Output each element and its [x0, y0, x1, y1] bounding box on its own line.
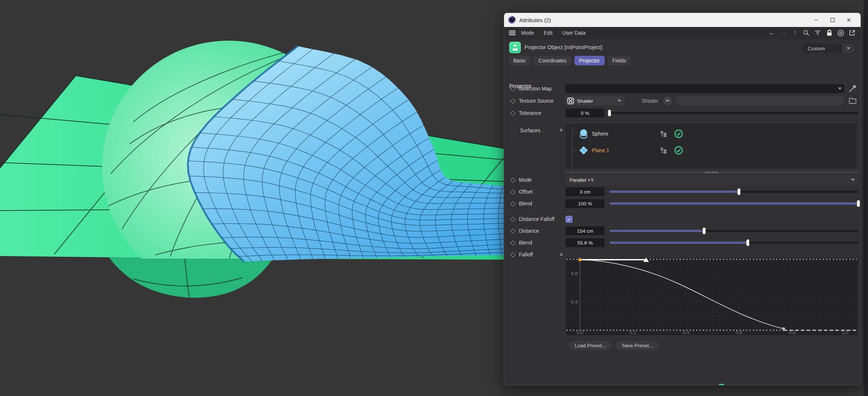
falloff-blend-label: Blend — [519, 240, 532, 246]
diamond-icon — [510, 99, 516, 104]
filter-icon[interactable] — [814, 29, 822, 37]
distance-slider[interactable] — [609, 226, 858, 235]
diamond-icon — [510, 252, 516, 257]
tab-fields[interactable]: Fields — [608, 56, 631, 65]
diamond-icon — [510, 111, 516, 116]
surfaces-list-item-plane[interactable]: Plane.1 — [565, 143, 857, 158]
minimize-button[interactable]: – — [808, 14, 824, 25]
tab-projector[interactable]: Projector — [574, 56, 605, 65]
hamburger-menu-icon[interactable] — [509, 30, 516, 36]
tolerance-value[interactable]: 0 % — [565, 109, 605, 117]
up-arrow-icon[interactable]: ↑ — [791, 29, 799, 37]
diamond-icon — [510, 178, 516, 183]
falloff-graph[interactable]: 0.8 0.4 0.0 0.2 0.4 0.6 0.8 1.0 — [565, 257, 858, 336]
plane-icon — [579, 146, 588, 155]
expand-chevron-icon[interactable]: > — [560, 251, 563, 257]
eyedropper-icon[interactable] — [848, 83, 857, 93]
tolerance-slider[interactable] — [609, 109, 858, 117]
load-preset-button[interactable]: Load Preset... — [569, 341, 612, 350]
window-title: Attributes (2) — [519, 17, 551, 23]
mode-dropdown[interactable]: Parallel +Y — [565, 175, 858, 185]
offset-value[interactable]: 3 cm — [565, 187, 605, 196]
x-tick-label: 0.4 — [683, 330, 689, 335]
texture-source-type-value: Shader — [577, 98, 618, 104]
save-preset-button[interactable]: Save Preset... — [616, 341, 659, 350]
track-record-icon[interactable] — [837, 29, 845, 37]
selection-map-label: Selection Map — [519, 86, 552, 92]
tab-coordinates[interactable]: Coordinates — [534, 56, 571, 65]
search-icon[interactable] — [802, 29, 810, 37]
enabled-check-icon[interactable] — [674, 129, 683, 138]
mode-value: Parallel +Y — [570, 177, 851, 183]
tolerance-label: Tolerance — [519, 110, 541, 116]
shader-checker-icon — [567, 98, 574, 104]
selection-map-field[interactable] — [565, 84, 844, 93]
object-title: Projector Object [mtPointProject] — [524, 44, 602, 50]
lock-icon[interactable] — [825, 29, 833, 37]
diamond-icon — [510, 217, 516, 222]
falloff-label: Falloff — [519, 252, 533, 257]
close-button[interactable]: × — [841, 14, 857, 25]
new-window-icon[interactable] — [848, 29, 856, 37]
menu-item-user-data[interactable]: User Data — [562, 30, 585, 36]
projector-object-icon — [509, 42, 521, 53]
tab-basic[interactable]: Basic — [509, 56, 531, 65]
chevron-down-icon — [618, 100, 621, 102]
offset-label: Offset — [519, 189, 533, 195]
shader-link-field[interactable] — [675, 96, 844, 106]
diamond-icon — [510, 201, 516, 206]
app-edge-strip — [863, 0, 868, 396]
hierarchy-icon[interactable] — [661, 147, 667, 154]
blend-slider[interactable] — [609, 199, 858, 208]
y-tick-label: 0.4 — [571, 299, 578, 305]
surfaces-list[interactable]: Sphere — [565, 123, 857, 169]
mode-label: Mode — [519, 177, 532, 183]
offset-slider[interactable] — [609, 187, 858, 196]
list-resize-grip[interactable] — [565, 171, 858, 174]
falloff-blend-value[interactable]: 55.6 % — [565, 238, 605, 247]
diamond-icon — [510, 240, 516, 246]
distance-value[interactable]: 154 cm — [565, 226, 605, 235]
distance-falloff-checkbox[interactable]: ✓ — [565, 216, 573, 223]
preset-dropdown[interactable]: Custom — [803, 44, 855, 53]
distance-falloff-label: Distance Falloff — [519, 216, 554, 222]
blend-value[interactable]: 100 % — [565, 199, 605, 208]
attributes-window: Attributes (2) – × Mode Edit User Data ←… — [504, 13, 861, 385]
x-tick-label: 0.2 — [629, 330, 636, 335]
back-arrow-icon[interactable]: ← — [768, 29, 776, 37]
texture-source-type-dropdown[interactable]: Shader — [565, 96, 625, 106]
chevron-down-icon[interactable] — [838, 88, 842, 90]
divider — [504, 212, 861, 212]
folder-icon[interactable] — [849, 97, 857, 104]
enabled-check-icon[interactable] — [674, 146, 683, 155]
menu-item-edit[interactable]: Edit — [544, 30, 553, 36]
curve-end-point[interactable] — [782, 327, 785, 330]
panel-resize-notch[interactable] — [719, 384, 724, 385]
forward-arrow-icon[interactable]: → — [779, 29, 787, 37]
diamond-icon — [510, 229, 516, 234]
sphere-icon — [579, 129, 588, 139]
x-tick-label: 1.0 — [842, 330, 848, 335]
menu-item-mode[interactable]: Mode — [521, 30, 534, 36]
texture-source-label: Texture Source — [519, 98, 554, 104]
x-tick-label: 0.0 — [577, 330, 583, 335]
chevron-down-icon — [842, 44, 855, 53]
hierarchy-icon[interactable] — [661, 131, 667, 137]
x-tick-label: 0.6 — [736, 330, 742, 335]
tab-bar: Basic Coordinates Projector Fields — [509, 56, 631, 65]
shader-menu-button[interactable] — [663, 96, 672, 105]
cinema4d-logo-icon — [508, 16, 516, 24]
app-stage: Attributes (2) – × Mode Edit User Data ←… — [0, 0, 868, 396]
x-tick-label: 0.8 — [789, 330, 796, 335]
y-tick-label: 0.8 — [571, 271, 578, 276]
expand-chevron-icon[interactable]: > — [560, 127, 563, 133]
surface-item-label: Plane.1 — [592, 147, 636, 153]
surfaces-list-item-sphere[interactable]: Sphere — [565, 126, 857, 141]
surface-item-label: Sphere — [592, 131, 636, 137]
falloff-blend-slider[interactable] — [609, 238, 858, 247]
menu-bar: Mode Edit User Data ← → ↑ — [504, 27, 861, 39]
surfaces-label: Surfaces — [520, 127, 540, 133]
curve-start-point[interactable] — [578, 258, 582, 262]
window-titlebar[interactable]: Attributes (2) – × — [504, 13, 861, 27]
maximize-button[interactable] — [824, 14, 841, 25]
